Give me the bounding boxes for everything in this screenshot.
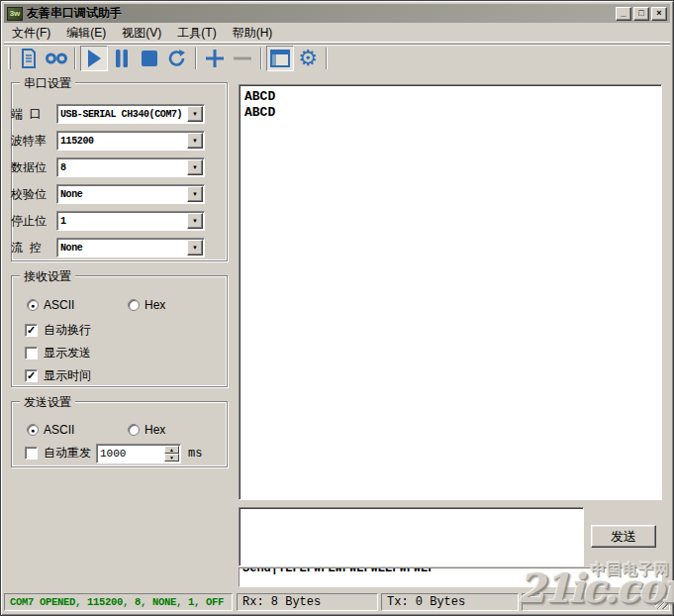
chevron-down-icon[interactable]: ▼	[187, 240, 203, 256]
chevron-down-icon[interactable]: ▼	[187, 133, 203, 149]
port-value: USB-SERIAL CH340(COM7)	[57, 109, 187, 120]
menu-help[interactable]: 帮助(H)	[225, 23, 281, 44]
show-sent-checkbox[interactable]: 显示发送	[25, 345, 91, 361]
receive-ascii-radio[interactable]: ● ASCII	[27, 298, 74, 312]
panels-toggle-button[interactable]	[266, 46, 294, 71]
chevron-down-icon[interactable]: ▼	[187, 106, 203, 122]
send-ascii-radio[interactable]: ● ASCII	[27, 423, 74, 437]
stop-button[interactable]	[136, 46, 163, 71]
window-title: 友善串口调试助手	[27, 5, 616, 22]
pause-button[interactable]	[108, 46, 136, 71]
chevron-down-icon[interactable]: ▼	[187, 186, 203, 202]
send-hex-radio[interactable]: Hex	[128, 423, 165, 437]
gear-icon: ⚙	[298, 48, 318, 69]
remove-button[interactable]	[229, 46, 256, 71]
stop-icon	[142, 51, 157, 66]
checkbox-icon[interactable]: ✓	[25, 324, 38, 337]
chevron-down-icon[interactable]: ▼	[187, 159, 203, 175]
parity-select[interactable]: None ▼	[56, 184, 205, 204]
menu-bar: 文件(F) 编辑(E) 视图(V) 工具(T) 帮助(H)	[4, 24, 670, 43]
resize-grip[interactable]	[655, 596, 668, 609]
new-document-button[interactable]	[15, 46, 43, 71]
radio-icon[interactable]: ●	[27, 299, 39, 311]
receive-display[interactable]: ABCD ABCD	[239, 84, 662, 500]
tx-counter: Tx: 0 Bytes	[381, 593, 519, 611]
baudrate-label: 波特率	[11, 133, 56, 150]
settings-button[interactable]: ⚙	[294, 46, 322, 71]
stopbits-value: 1	[57, 216, 187, 227]
toolbar-drag-handle[interactable]	[8, 48, 11, 69]
menu-edit[interactable]: 编辑(E)	[58, 23, 114, 44]
show-time-label: 显示时间	[44, 367, 91, 384]
receive-hex-label: Hex	[144, 298, 165, 312]
add-button[interactable]	[201, 46, 229, 71]
refresh-icon	[167, 49, 187, 68]
start-button[interactable]	[80, 46, 108, 71]
databits-select[interactable]: 8 ▼	[56, 157, 205, 177]
radio-icon[interactable]	[128, 424, 140, 436]
stopbits-field-row: 停止位 1 ▼	[11, 211, 205, 231]
menu-view[interactable]: 视图(V)	[114, 23, 169, 44]
menu-file[interactable]: 文件(F)	[4, 23, 58, 44]
parity-field-row: 校验位 None ▼	[11, 184, 205, 204]
close-button[interactable]: ×	[651, 7, 667, 21]
send-history-text: Send|TEFEFWFEWFWEFWEEFWFWEF	[240, 567, 661, 575]
spin-up-icon[interactable]: ▲	[164, 446, 179, 454]
toolbar-separator	[74, 48, 76, 69]
maximize-button[interactable]: □	[633, 7, 649, 21]
send-settings-title: 发送设置	[20, 394, 75, 411]
checkbox-icon[interactable]	[25, 447, 38, 460]
record-icon	[46, 51, 67, 65]
baudrate-select[interactable]: 115200 ▼	[56, 131, 205, 151]
auto-resend-checkbox[interactable]: 自动重发	[25, 445, 91, 462]
connection-status: COM7 OPENED, 115200, 8, NONE, 1, OFF	[4, 593, 233, 611]
minimize-button[interactable]: _	[616, 7, 631, 21]
flowcontrol-label: 流 控	[11, 240, 56, 257]
chevron-down-icon[interactable]: ▼	[187, 213, 203, 229]
menu-tools[interactable]: 工具(T)	[169, 23, 224, 44]
send-hex-label: Hex	[144, 423, 165, 437]
auto-linefeed-checkbox[interactable]: ✓ 自动换行	[25, 322, 91, 339]
radio-icon[interactable]: ●	[27, 424, 39, 436]
databits-field-row: 数据位 8 ▼	[11, 157, 205, 177]
databits-label: 数据位	[11, 159, 56, 176]
parity-value: None	[57, 189, 187, 200]
receive-settings-title: 接收设置	[20, 268, 75, 285]
interval-unit-label: ms	[188, 447, 202, 461]
refresh-button[interactable]	[163, 46, 191, 71]
serial-settings-title: 串口设置	[20, 75, 75, 92]
send-ascii-label: ASCII	[44, 423, 74, 437]
resend-interval-stepper[interactable]: 1000 ▲ ▼	[96, 444, 181, 463]
rx-counter: Rx: 8 Bytes	[237, 593, 378, 611]
checkbox-icon[interactable]: ✓	[25, 369, 38, 382]
app-window: 3w 友善串口调试助手 _ □ × 文件(F) 编辑(E) 视图(V) 工具(T…	[0, 0, 674, 616]
resend-interval-value[interactable]: 1000	[97, 448, 164, 460]
port-select[interactable]: USB-SERIAL CH340(COM7) ▼	[56, 104, 205, 124]
toolbar: ⚙	[4, 44, 670, 71]
toolbar-separator	[195, 48, 197, 69]
toolbar-separator	[260, 48, 262, 69]
baudrate-field-row: 波特率 115200 ▼	[11, 131, 205, 151]
databits-value: 8	[57, 162, 187, 173]
record-button[interactable]	[43, 46, 70, 71]
status-extra-panel	[522, 593, 670, 611]
auto-linefeed-label: 自动换行	[44, 322, 91, 339]
app-icon: 3w	[7, 7, 23, 21]
receive-hex-radio[interactable]: Hex	[128, 298, 165, 312]
checkbox-icon[interactable]	[25, 347, 38, 359]
stopbits-label: 停止位	[11, 213, 56, 230]
flowcontrol-select[interactable]: None ▼	[56, 238, 205, 257]
plus-icon	[205, 49, 225, 68]
spin-down-icon[interactable]: ▼	[164, 454, 179, 462]
send-history-strip[interactable]: Send|TEFEFWFEWFWEFWEEFWFWEF	[239, 567, 662, 587]
show-sent-label: 显示发送	[44, 345, 91, 361]
show-time-checkbox[interactable]: ✓ 显示时间	[25, 367, 91, 384]
stopbits-select[interactable]: 1 ▼	[56, 211, 205, 231]
receive-ascii-label: ASCII	[44, 298, 74, 312]
radio-icon[interactable]	[128, 299, 140, 311]
status-bar: COM7 OPENED, 115200, 8, NONE, 1, OFF Rx:…	[4, 591, 670, 612]
send-button[interactable]: 发送	[591, 525, 656, 548]
title-bar: 3w 友善串口调试助手 _ □ ×	[4, 4, 670, 23]
send-input[interactable]	[239, 507, 584, 566]
panels-icon	[270, 50, 290, 67]
